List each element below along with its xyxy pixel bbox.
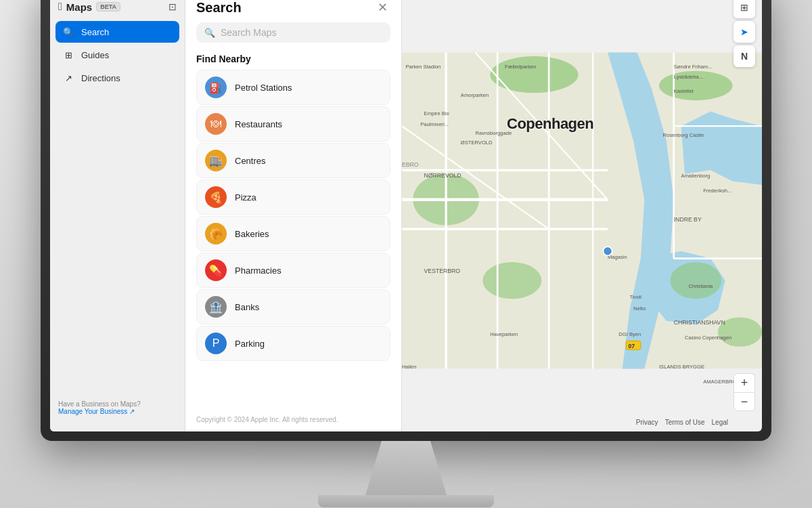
parking-label: Parking [235, 339, 265, 349]
beta-badge: BETA [96, 2, 120, 12]
sidebar-nav: 🔍 Search ⊞ Guides ↗ Directions [50, 21, 185, 89]
monitor-stand [365, 441, 447, 495]
restaurants-icon: 🍽 [205, 113, 227, 135]
pharmacies-label: Pharmacies [235, 266, 281, 276]
map-layers-button[interactable]: ⊞ [734, 0, 755, 18]
search-input-wrap: 🔍 [185, 22, 401, 51]
close-button[interactable]: ✕ [374, 0, 390, 16]
svg-text:ØSTERVOLD: ØSTERVOLD [461, 140, 493, 146]
svg-text:Ravnsborggade: Ravnsborggade [476, 130, 512, 136]
svg-point-48 [603, 247, 612, 255]
svg-text:Netto: Netto [633, 305, 646, 312]
svg-text:NØRREVOLD: NØRREVOLD [424, 172, 461, 179]
svg-text:Tivoli: Tivoli [630, 294, 642, 300]
guides-nav-icon: ⊞ [62, 49, 74, 61]
sidebar-footer-text: Have a Business on Maps? [58, 400, 177, 408]
map-svg: NØRREVOLD VESTERBRO INDRE BY CHRISTIANSH… [402, 0, 762, 431]
nearby-item-banks[interactable]: 🏦Banks [196, 289, 390, 324]
zoom-out-button[interactable]: − [734, 392, 755, 411]
search-panel-footer: Copyright © 2024 Apple Inc. All rights r… [185, 408, 401, 431]
svg-text:INDRE BY: INDRE BY [674, 216, 702, 223]
sidebar:  Maps BETA ⊡ 🔍 Search ⊞ Guides [50, 0, 185, 431]
search-nav-icon: 🔍 [62, 26, 74, 38]
svg-point-1 [490, 56, 578, 93]
banks-label: Banks [235, 302, 259, 312]
svg-text:Casino Copenhagen: Casino Copenhagen [685, 335, 731, 341]
pizza-icon: 🍕 [205, 186, 227, 208]
svg-text:AMAGERBRO: AMAGERBRO [703, 379, 736, 385]
svg-text:Amorparken: Amorparken [461, 92, 489, 98]
legal-link[interactable]: Legal [712, 419, 728, 426]
svg-point-5 [670, 262, 721, 299]
sidebar-directions-label: Directions [81, 73, 120, 83]
svg-text:Lysbådeha...: Lysbådeha... [674, 74, 703, 80]
directions-nav-icon: ↗ [62, 72, 74, 84]
app-container:  Maps BETA ⊡ 🔍 Search ⊞ Guides [50, 0, 762, 431]
sidebar-footer: Have a Business on Maps? Manage Your Bus… [50, 392, 185, 423]
sidebar-item-search[interactable]: 🔍 Search [55, 21, 179, 43]
nearby-item-parking[interactable]: PParking [196, 326, 390, 361]
north-button[interactable]: N [734, 45, 755, 67]
nearby-item-centres[interactable]: 🏬Centres [196, 143, 390, 178]
petrol-label: Petrol Stations [235, 83, 292, 93]
nearby-item-pharmacies[interactable]: 💊Pharmacies [196, 253, 390, 288]
svg-text:DGI Byen: DGI Byen [618, 331, 641, 337]
svg-text:Empire Bio: Empire Bio [424, 110, 449, 117]
zoom-in-button[interactable]: + [734, 373, 755, 392]
north-icon: N [741, 51, 748, 62]
search-panel-title: Search [196, 0, 242, 16]
svg-text:Paulmixeri...: Paulmixeri... [420, 121, 449, 127]
sidebar-toggle-button[interactable]: ⊡ [168, 1, 177, 12]
search-icon: 🔍 [204, 28, 215, 38]
sidebar-item-guides[interactable]: ⊞ Guides [55, 44, 179, 66]
terms-link[interactable]: Terms of Use [665, 419, 705, 426]
search-input[interactable] [221, 27, 382, 38]
nearby-item-restaurants[interactable]: 🍽Restaurants [196, 106, 390, 142]
privacy-link[interactable]: Privacy [636, 419, 658, 426]
svg-text:Søndre Friham...: Søndre Friham... [674, 64, 713, 70]
search-panel-header: Search ✕ [185, 0, 401, 22]
petrol-icon: ⛽ [205, 77, 227, 98]
manage-business-link[interactable]: Manage Your Business ↗ [58, 408, 135, 415]
pharmacies-icon: 💊 [205, 259, 227, 281]
compass-button[interactable]: ➤ [734, 21, 755, 43]
svg-text:Rosenborg Castle: Rosenborg Castle [662, 132, 704, 138]
map-layers-icon: ⊞ [740, 2, 748, 13]
map-controls-top-right: ⊞ ➤ N [734, 0, 755, 67]
nearby-item-pizza[interactable]: 🍕Pizza [196, 179, 390, 215]
svg-text:07: 07 [628, 343, 635, 350]
nearby-item-petrol[interactable]: ⛽Petrol Stations [196, 70, 390, 105]
sidebar-search-label: Search [81, 27, 109, 37]
pizza-label: Pizza [235, 192, 256, 203]
nearby-item-bakeries[interactable]: 🥐Bakeries [196, 216, 390, 251]
map-zoom-controls: + − [734, 373, 755, 411]
centres-icon: 🏬 [205, 150, 227, 171]
monitor-base [318, 495, 494, 507]
app-title: Maps [66, 1, 92, 13]
svg-text:ISLANDS BRYGGE: ISLANDS BRYGGE [659, 364, 704, 370]
svg-text:EBRO: EBRO [402, 161, 419, 168]
nearby-list: ⛽Petrol Stations🍽Restaurants🏬Centres🍕Piz… [185, 70, 401, 361]
svg-text:Christiania: Christiania [688, 283, 713, 289]
sidebar-header:  Maps BETA ⊡ [50, 0, 185, 21]
apple-logo-icon:  [58, 1, 62, 13]
map-area[interactable]: NØRREVOLD VESTERBRO INDRE BY CHRISTIANSH… [402, 0, 762, 431]
svg-text:CHRISTIANSHAVN: CHRISTIANSHAVN [674, 319, 725, 326]
find-nearby-title: Find Nearby [185, 51, 401, 70]
parking-icon: P [205, 333, 227, 354]
svg-text:Haveparken: Haveparken [490, 331, 518, 337]
svg-text:VESTERBRO: VESTERBRO [424, 268, 461, 274]
monitor:  Maps BETA ⊡ 🔍 Search ⊞ Guides [41, 0, 771, 441]
sidebar-item-directions[interactable]: ↗ Directions [55, 67, 179, 89]
compass-icon: ➤ [740, 26, 748, 37]
search-panel: Search ✕ 🔍 Find Nearby ⛽Petrol Stations🍽… [185, 0, 402, 431]
restaurants-label: Restaurants [235, 119, 282, 129]
svg-text:Amalienborg: Amalienborg [681, 173, 710, 179]
svg-text:Frederiksh...: Frederiksh... [703, 188, 731, 194]
centres-label: Centres [235, 156, 266, 166]
sidebar-guides-label: Guides [81, 50, 109, 60]
banks-icon: 🏦 [205, 296, 227, 318]
screen:  Maps BETA ⊡ 🔍 Search ⊞ Guides [50, 0, 762, 431]
svg-text:Fælledparken: Fælledparken [505, 64, 536, 70]
svg-text:Kastellet: Kastellet [674, 88, 694, 94]
